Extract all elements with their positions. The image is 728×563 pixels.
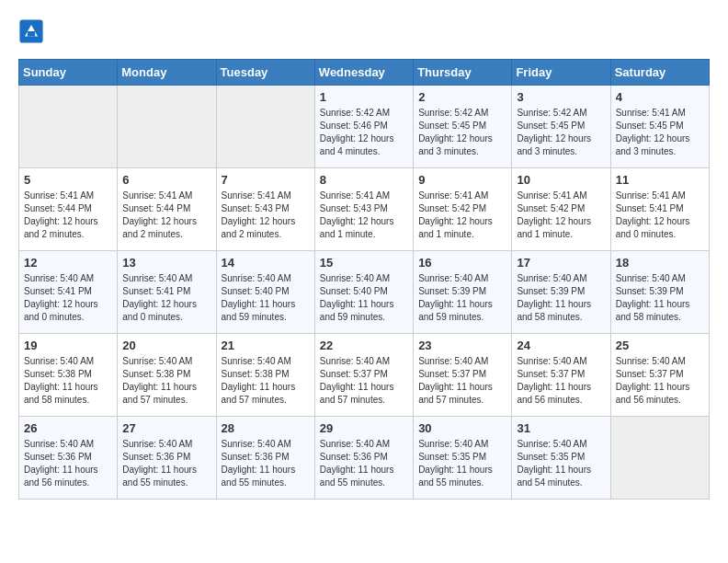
- cell-info: Sunrise: 5:40 AMSunset: 5:37 PMDaylight:…: [616, 355, 704, 407]
- cell-info: Sunrise: 5:40 AMSunset: 5:37 PMDaylight:…: [418, 355, 506, 407]
- calendar-cell: 11 Sunrise: 5:41 AMSunset: 5:41 PMDaylig…: [610, 168, 709, 251]
- day-number: 28: [222, 421, 310, 435]
- calendar-cell: 7 Sunrise: 5:41 AMSunset: 5:43 PMDayligh…: [216, 168, 314, 251]
- cell-info: Sunrise: 5:40 AMSunset: 5:39 PMDaylight:…: [616, 272, 704, 324]
- cell-info: Sunrise: 5:40 AMSunset: 5:38 PMDaylight:…: [222, 355, 310, 407]
- cell-info: Sunrise: 5:40 AMSunset: 5:41 PMDaylight:…: [24, 272, 112, 324]
- day-number: 27: [122, 421, 210, 435]
- cell-info: Sunrise: 5:42 AMSunset: 5:46 PMDaylight:…: [320, 107, 408, 158]
- day-number: 16: [418, 256, 506, 270]
- cell-info: Sunrise: 5:40 AMSunset: 5:40 PMDaylight:…: [222, 272, 310, 324]
- day-number: 21: [222, 339, 310, 352]
- cell-info: Sunrise: 5:40 AMSunset: 5:37 PMDaylight:…: [517, 355, 605, 407]
- calendar-cell: [610, 417, 709, 500]
- cell-info: Sunrise: 5:41 AMSunset: 5:43 PMDaylight:…: [320, 190, 408, 241]
- day-number: 15: [320, 256, 408, 270]
- calendar-cell: 9 Sunrise: 5:41 AMSunset: 5:42 PMDayligh…: [414, 168, 512, 251]
- calendar-cell: 27 Sunrise: 5:40 AMSunset: 5:36 PMDaylig…: [118, 417, 216, 500]
- day-number: 25: [616, 339, 704, 352]
- calendar-table: SundayMondayTuesdayWednesdayThursdayFrid…: [18, 59, 710, 500]
- day-number: 12: [24, 256, 112, 270]
- day-number: 29: [320, 421, 408, 435]
- weekday-header-thursday: Thursday: [414, 60, 512, 86]
- calendar-cell: 29 Sunrise: 5:40 AMSunset: 5:36 PMDaylig…: [314, 417, 413, 500]
- calendar-cell: 28 Sunrise: 5:40 AMSunset: 5:36 PMDaylig…: [216, 417, 314, 500]
- calendar-cell: 2 Sunrise: 5:42 AMSunset: 5:45 PMDayligh…: [414, 86, 512, 168]
- calendar-cell: 8 Sunrise: 5:41 AMSunset: 5:43 PMDayligh…: [314, 168, 413, 251]
- calendar-week-1: 1 Sunrise: 5:42 AMSunset: 5:46 PMDayligh…: [19, 86, 710, 168]
- cell-info: Sunrise: 5:40 AMSunset: 5:40 PMDaylight:…: [320, 272, 408, 324]
- cell-info: Sunrise: 5:41 AMSunset: 5:44 PMDaylight:…: [24, 190, 112, 241]
- day-number: 23: [418, 339, 506, 352]
- weekday-header-wednesday: Wednesday: [314, 60, 413, 86]
- calendar-week-4: 19 Sunrise: 5:40 AMSunset: 5:38 PMDaylig…: [19, 334, 710, 417]
- cell-info: Sunrise: 5:40 AMSunset: 5:38 PMDaylight:…: [122, 355, 210, 407]
- weekday-header-monday: Monday: [118, 60, 216, 86]
- cell-info: Sunrise: 5:40 AMSunset: 5:41 PMDaylight:…: [122, 272, 210, 324]
- cell-info: Sunrise: 5:40 AMSunset: 5:36 PMDaylight:…: [320, 438, 408, 489]
- cell-info: Sunrise: 5:41 AMSunset: 5:44 PMDaylight:…: [122, 190, 210, 241]
- cell-info: Sunrise: 5:42 AMSunset: 5:45 PMDaylight:…: [517, 107, 605, 158]
- cell-info: Sunrise: 5:40 AMSunset: 5:36 PMDaylight:…: [222, 438, 310, 489]
- day-number: 20: [122, 339, 210, 352]
- calendar-header: SundayMondayTuesdayWednesdayThursdayFrid…: [19, 60, 710, 86]
- calendar-cell: 19 Sunrise: 5:40 AMSunset: 5:38 PMDaylig…: [19, 334, 118, 417]
- calendar-cell: 23 Sunrise: 5:40 AMSunset: 5:37 PMDaylig…: [414, 334, 512, 417]
- cell-info: Sunrise: 5:41 AMSunset: 5:41 PMDaylight:…: [616, 190, 704, 241]
- day-number: 8: [320, 173, 408, 187]
- svg-rect-2: [28, 31, 35, 37]
- day-number: 11: [616, 173, 704, 187]
- day-number: 3: [517, 90, 605, 104]
- cell-info: Sunrise: 5:40 AMSunset: 5:38 PMDaylight:…: [24, 355, 112, 407]
- weekday-header-sunday: Sunday: [19, 60, 118, 86]
- cell-info: Sunrise: 5:41 AMSunset: 5:45 PMDaylight:…: [616, 107, 704, 158]
- day-number: 9: [418, 173, 506, 187]
- calendar-cell: 1 Sunrise: 5:42 AMSunset: 5:46 PMDayligh…: [314, 86, 413, 168]
- calendar-cell: 17 Sunrise: 5:40 AMSunset: 5:39 PMDaylig…: [512, 251, 610, 334]
- cell-info: Sunrise: 5:42 AMSunset: 5:45 PMDaylight:…: [418, 107, 506, 158]
- cell-info: Sunrise: 5:40 AMSunset: 5:36 PMDaylight:…: [122, 438, 210, 489]
- cell-info: Sunrise: 5:40 AMSunset: 5:35 PMDaylight:…: [517, 438, 605, 489]
- calendar-cell: 6 Sunrise: 5:41 AMSunset: 5:44 PMDayligh…: [118, 168, 216, 251]
- logo-icon: [18, 18, 44, 44]
- day-number: 26: [24, 421, 112, 435]
- cell-info: Sunrise: 5:40 AMSunset: 5:39 PMDaylight:…: [517, 272, 605, 324]
- calendar-cell: 5 Sunrise: 5:41 AMSunset: 5:44 PMDayligh…: [19, 168, 118, 251]
- logo: [18, 18, 48, 44]
- day-number: 24: [517, 339, 605, 352]
- day-number: 31: [517, 421, 605, 435]
- weekday-header-saturday: Saturday: [610, 60, 709, 86]
- calendar-cell: 24 Sunrise: 5:40 AMSunset: 5:37 PMDaylig…: [512, 334, 610, 417]
- calendar-week-3: 12 Sunrise: 5:40 AMSunset: 5:41 PMDaylig…: [19, 251, 710, 334]
- calendar-cell: 16 Sunrise: 5:40 AMSunset: 5:39 PMDaylig…: [414, 251, 512, 334]
- calendar-cell: 4 Sunrise: 5:41 AMSunset: 5:45 PMDayligh…: [610, 86, 709, 168]
- day-number: 6: [122, 173, 210, 187]
- weekday-header-tuesday: Tuesday: [216, 60, 314, 86]
- day-number: 4: [616, 90, 704, 104]
- calendar-week-2: 5 Sunrise: 5:41 AMSunset: 5:44 PMDayligh…: [19, 168, 710, 251]
- cell-info: Sunrise: 5:41 AMSunset: 5:42 PMDaylight:…: [517, 190, 605, 241]
- page-header: [18, 18, 710, 44]
- calendar-cell: 10 Sunrise: 5:41 AMSunset: 5:42 PMDaylig…: [512, 168, 610, 251]
- calendar-week-5: 26 Sunrise: 5:40 AMSunset: 5:36 PMDaylig…: [19, 417, 710, 500]
- calendar-cell: 18 Sunrise: 5:40 AMSunset: 5:39 PMDaylig…: [610, 251, 709, 334]
- day-number: 30: [418, 421, 506, 435]
- cell-info: Sunrise: 5:40 AMSunset: 5:35 PMDaylight:…: [418, 438, 506, 489]
- calendar-cell: 26 Sunrise: 5:40 AMSunset: 5:36 PMDaylig…: [19, 417, 118, 500]
- cell-info: Sunrise: 5:41 AMSunset: 5:43 PMDaylight:…: [222, 190, 310, 241]
- calendar-cell: 13 Sunrise: 5:40 AMSunset: 5:41 PMDaylig…: [118, 251, 216, 334]
- day-number: 14: [222, 256, 310, 270]
- day-number: 1: [320, 90, 408, 104]
- day-number: 17: [517, 256, 605, 270]
- calendar-cell: 15 Sunrise: 5:40 AMSunset: 5:40 PMDaylig…: [314, 251, 413, 334]
- calendar-cell: [19, 86, 118, 168]
- cell-info: Sunrise: 5:41 AMSunset: 5:42 PMDaylight:…: [418, 190, 506, 241]
- weekday-header-friday: Friday: [512, 60, 610, 86]
- day-number: 19: [24, 339, 112, 352]
- day-number: 7: [222, 173, 310, 187]
- calendar-cell: [216, 86, 314, 168]
- calendar-cell: 31 Sunrise: 5:40 AMSunset: 5:35 PMDaylig…: [512, 417, 610, 500]
- calendar-cell: 12 Sunrise: 5:40 AMSunset: 5:41 PMDaylig…: [19, 251, 118, 334]
- calendar-cell: 30 Sunrise: 5:40 AMSunset: 5:35 PMDaylig…: [414, 417, 512, 500]
- day-number: 13: [122, 256, 210, 270]
